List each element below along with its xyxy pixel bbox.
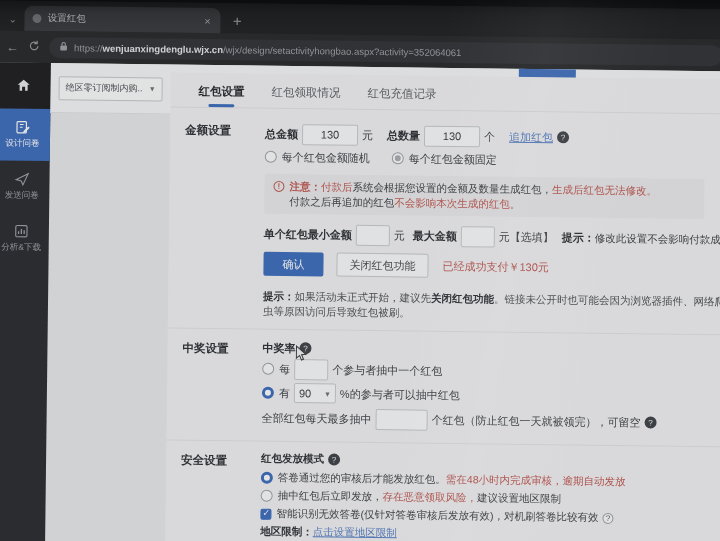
close-hongbao-button[interactable]: 关闭红包功能 xyxy=(336,253,428,278)
security-section-label: 安全设置 xyxy=(180,450,262,541)
sidebar-item-send[interactable]: 发送问卷 xyxy=(0,160,50,213)
url-scheme: https:// xyxy=(74,42,103,53)
help-icon[interactable]: ? xyxy=(602,512,613,523)
tab-title: 设置红包 xyxy=(48,12,197,27)
refresh-icon[interactable] xyxy=(28,40,40,54)
radio-random-label[interactable]: 每个红包金额随机 xyxy=(282,149,370,165)
divider xyxy=(166,440,719,448)
help-icon[interactable]: ? xyxy=(328,454,340,466)
analysis-download-icon xyxy=(14,224,29,239)
info-icon: ! xyxy=(273,181,284,192)
daily-limit-input[interactable] xyxy=(375,409,427,431)
divider xyxy=(168,328,720,336)
append-hongbao-link[interactable]: 追加红包 xyxy=(509,129,553,145)
hongbao-form: 金额设置 总金额 元 总数量 个 追加红包 ? xyxy=(165,108,720,541)
help-icon[interactable]: ? xyxy=(557,131,569,143)
amount-section-label: 金额设置 xyxy=(183,120,265,319)
optional-note: 元【选填】 xyxy=(499,230,554,246)
paid-status: 已经成功支付￥130元 xyxy=(442,258,549,274)
sidebar-item-label: 设计问卷 xyxy=(5,138,39,150)
radio-win-percent[interactable] xyxy=(262,387,274,399)
survey-title-dropdown[interactable]: 绝区零订阅制内购.. ▼ xyxy=(58,76,162,101)
tab-search-chevron-icon[interactable]: ⌄ xyxy=(4,14,25,31)
new-tab-button[interactable]: + xyxy=(221,12,242,33)
prize-section-label: 中奖设置 xyxy=(181,338,262,431)
home-icon xyxy=(15,78,31,94)
total-amount-input[interactable] xyxy=(302,124,358,146)
radio-fixed-label[interactable]: 每个红包金额固定 xyxy=(409,151,497,167)
close-tip: 提示：如果活动未正式开始，建议先关闭红包功能。链接未公开时也可能会因为浏览器插件… xyxy=(263,289,720,325)
region-limit-label: 地区限制： xyxy=(260,525,313,540)
daily-limit-post: 个红包（防止红包一天就被领完），可留空 xyxy=(432,412,641,430)
payment-notice: ! 注意：付款后系统会根据您设置的金额及数量生成红包，生成后红包无法修改。付款之… xyxy=(264,174,704,219)
address-input[interactable]: https://wenjuanxingdenglu.wjx.cn/wjx/des… xyxy=(49,37,720,66)
confirm-button[interactable]: 确认 xyxy=(263,252,323,277)
total-amount-label: 总金额 xyxy=(265,126,298,141)
back-icon[interactable]: ← xyxy=(6,40,19,53)
radio-random-amount[interactable] xyxy=(265,151,277,163)
checkbox-smart-invalid-detect[interactable] xyxy=(260,508,271,519)
chevron-down-icon: ▼ xyxy=(324,390,331,397)
radio-dispatch-immediately[interactable] xyxy=(261,490,273,502)
total-count-label: 总数量 xyxy=(387,128,420,143)
daily-limit-pre: 全部红包每天最多抽中 xyxy=(262,410,372,426)
tab-hongbao-recharge-records[interactable]: 红包充值记录 xyxy=(367,86,436,110)
tab-hongbao-settings[interactable]: 红包设置 xyxy=(198,84,244,108)
hongbao-settings-card: 红包设置 红包领取情况 红包充值记录 金额设置 总金额 元 总数量 xyxy=(165,73,720,541)
browser-window: ⌄ 设置红包 × + ← https://wenjuanxingdenglu.w… xyxy=(0,0,720,541)
url-text: https://wenjuanxingdenglu.wjx.cn/wjx/des… xyxy=(74,42,461,58)
dispatch-mode-label: 红包发放模式 xyxy=(261,452,324,467)
tab-close-icon[interactable]: × xyxy=(202,14,213,26)
radio-dispatch-after-review[interactable] xyxy=(261,472,273,484)
sidebar-item-analysis[interactable]: 分析&下载 xyxy=(0,212,49,265)
tab-hongbao-claims[interactable]: 红包领取情况 xyxy=(271,85,340,109)
tab-favicon xyxy=(33,14,42,23)
ge-unit: 个 xyxy=(484,129,495,144)
min-amount-label: 单个红包最小金额 xyxy=(264,227,352,243)
total-count-input[interactable] xyxy=(424,125,480,147)
sidebar-item-label: 发送问卷 xyxy=(5,190,39,202)
max-amount-label: 最大金额 xyxy=(413,229,457,245)
max-amount-input[interactable] xyxy=(461,226,495,247)
photo-of-monitor: ⌄ 设置红包 × + ← https://wenjuanxingdenglu.w… xyxy=(0,0,720,541)
wjx-page: 设计问卷 发送问卷 分析&下载 绝区零订阅制内购.. ▼ 预览问卷 xyxy=(0,62,720,541)
help-icon[interactable]: ? xyxy=(645,416,657,428)
security-section: 安全设置 红包发放模式 ? 答卷通过您的审核后才能发放红包。需在48小时内完成审… xyxy=(180,450,720,541)
min-amount-input[interactable] xyxy=(356,225,390,246)
win-percent-select[interactable]: 90▼ xyxy=(294,383,336,404)
url-domain: wenjuanxingdenglu.wjx.cn xyxy=(103,42,223,54)
radio-fixed-amount[interactable] xyxy=(392,152,404,164)
yuan-unit: 元 xyxy=(362,127,373,142)
amount-section: 金额设置 总金额 元 总数量 个 追加红包 ? xyxy=(183,120,720,325)
prize-section: 中奖设置 中奖率 ? 每 个参与者抽中一个红包 xyxy=(181,338,720,437)
hint-body: 修改此设置不会影响付款成功的红包 xyxy=(595,231,720,247)
radio-win-every-n[interactable] xyxy=(262,363,274,375)
chevron-down-icon: ▼ xyxy=(149,85,156,92)
browser-tab[interactable]: 设置红包 × xyxy=(25,6,221,33)
mouse-cursor xyxy=(295,345,308,362)
hint-head: 提示： xyxy=(562,230,595,245)
sidebar-item-design[interactable]: 设计问卷 xyxy=(0,108,50,161)
win-rate-label: 中奖率 xyxy=(262,340,295,355)
sidebar-item-label: 分析&下载 xyxy=(1,241,41,253)
survey-title: 绝区零订阅制内购.. xyxy=(66,81,143,95)
send-survey-icon xyxy=(14,172,29,187)
url-path: /wjx/design/setactivityhongbao.aspx?acti… xyxy=(223,44,462,58)
left-sidebar: 设计问卷 发送问卷 分析&下载 xyxy=(0,62,51,541)
yuan-unit: 元 xyxy=(394,228,405,243)
region-limit-link[interactable]: 点击设置地区限制 xyxy=(313,525,397,540)
home-button[interactable] xyxy=(0,62,51,109)
page-info-icon[interactable] xyxy=(59,41,68,53)
design-survey-icon xyxy=(15,120,30,135)
